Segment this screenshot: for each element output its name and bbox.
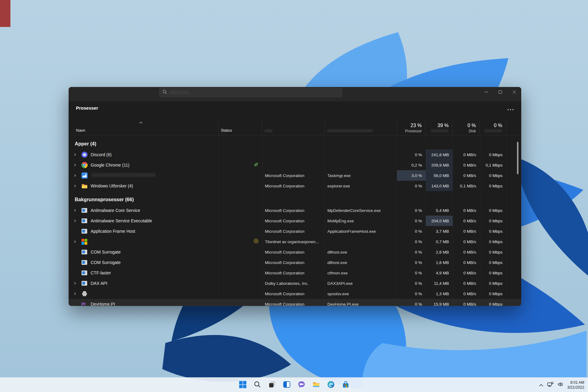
minimize-button[interactable] bbox=[479, 87, 493, 97]
discord-icon bbox=[81, 152, 91, 158]
memory-cell: 5,4 MB bbox=[426, 205, 453, 216]
process-row[interactable]: PI DevHome.PI Microsoft Corporation DevH… bbox=[69, 299, 521, 306]
expand-chevron-icon[interactable] bbox=[74, 282, 81, 285]
search-input[interactable] bbox=[191, 90, 339, 95]
clock-time: 8:01 AM bbox=[567, 380, 584, 385]
clock[interactable]: 8:01 AM 3/21/2022 bbox=[567, 380, 584, 390]
cpu-cell: 0 % bbox=[397, 181, 426, 191]
publisher-cell: Tilordnet av organisasjonen... bbox=[262, 236, 325, 247]
printer-icon bbox=[81, 291, 91, 296]
column-header-name[interactable]: Navn bbox=[69, 118, 218, 135]
status-cell bbox=[218, 170, 262, 181]
expand-chevron-icon[interactable] bbox=[74, 174, 81, 177]
taskbar-edge-button[interactable] bbox=[325, 379, 337, 391]
publisher-cell: Dolby Laboratories, Inc. bbox=[262, 278, 325, 288]
expand-chevron-icon[interactable] bbox=[74, 164, 81, 167]
disk-cell: 0,1 MB/s bbox=[453, 181, 480, 191]
expand-chevron-icon[interactable] bbox=[74, 184, 81, 187]
window-titlebar[interactable] bbox=[69, 87, 521, 101]
taskbar-search-button[interactable] bbox=[251, 379, 263, 391]
process-row[interactable]: Antimalware Core Service Microsoft Corpo… bbox=[69, 205, 521, 216]
more-options-button[interactable] bbox=[505, 106, 516, 112]
process-row[interactable]: Microsoft Corporation spoolsv.exe 0 % 1,… bbox=[69, 288, 521, 299]
scrollbar-thumb[interactable] bbox=[517, 142, 518, 174]
process-name: Antimalware Core Service bbox=[91, 208, 140, 213]
network-cell: 0 Mbps bbox=[480, 170, 506, 181]
disk-cell: 0 MB/s bbox=[453, 268, 480, 278]
search-icon bbox=[163, 90, 167, 95]
process-row[interactable]: Discord (6) 0 % 241,8 MB 0 MB/s 0 Mbps bbox=[69, 149, 521, 160]
process-exe-cell: dllhost.exe bbox=[325, 257, 397, 268]
efficiency-mode-leaf-icon bbox=[254, 162, 258, 168]
volume-speaker-icon[interactable] bbox=[558, 382, 563, 388]
memory-cell: 241,8 MB bbox=[426, 149, 453, 160]
process-row[interactable]: COM Surrogate Microsoft Corporation dllh… bbox=[69, 247, 521, 257]
folder-icon bbox=[81, 183, 91, 189]
column-header-status[interactable]: Status bbox=[218, 118, 262, 135]
cpu-cell: 0 % bbox=[397, 268, 426, 278]
column-header-publisher[interactable] bbox=[262, 118, 325, 135]
ms-logo-icon bbox=[81, 239, 91, 245]
status-cell bbox=[218, 299, 262, 306]
process-row[interactable]: Tilordnet av organisasjonen... 0 % 0,7 M… bbox=[69, 236, 521, 247]
status-cell bbox=[218, 149, 262, 160]
memory-cell: 1,6 MB bbox=[426, 257, 453, 268]
app-window-icon bbox=[81, 229, 91, 234]
expand-chevron-icon[interactable] bbox=[74, 209, 81, 212]
network-ethernet-icon[interactable] bbox=[547, 382, 554, 388]
expand-chevron-icon[interactable] bbox=[74, 240, 81, 243]
process-row[interactable]: Application Frame Host Microsoft Corpora… bbox=[69, 226, 521, 236]
process-exe-cell: ApplicationFrameHost.exe bbox=[325, 226, 397, 236]
process-row[interactable]: CTF-laster Microsoft Corporation ctfmon.… bbox=[69, 268, 521, 278]
app-window-icon bbox=[81, 250, 91, 254]
section-header[interactable]: Apper (4) bbox=[69, 138, 521, 149]
tray-chevron-up-icon[interactable] bbox=[539, 382, 543, 388]
taskbar-start-button[interactable] bbox=[236, 379, 249, 391]
disk-cell: 0 MB/s bbox=[453, 299, 480, 306]
widgets-icon bbox=[283, 381, 291, 390]
svg-text:PI: PI bbox=[81, 302, 85, 306]
expand-chevron-icon[interactable] bbox=[74, 153, 81, 156]
column-header-cpu[interactable]: 23 % Prosessor bbox=[397, 118, 426, 135]
column-header-memory[interactable]: 39 % bbox=[426, 118, 453, 135]
process-name: Antimalware Service Executable bbox=[91, 218, 152, 223]
taskbar-center-icons bbox=[236, 378, 352, 392]
column-header-disk[interactable]: 0 % Disk bbox=[453, 118, 480, 135]
search-box[interactable] bbox=[159, 88, 342, 97]
maximize-button[interactable] bbox=[493, 87, 507, 97]
process-name bbox=[91, 173, 156, 178]
taskbar-microsoft-store-button[interactable] bbox=[339, 379, 352, 391]
network-cell: 0 Mbps bbox=[480, 149, 506, 160]
process-table-body: Apper (4) Discord (6) 0 % 241,8 MB 0 MB/… bbox=[69, 135, 521, 306]
process-row[interactable]: Antimalware Service Executable Microsoft… bbox=[69, 216, 521, 226]
status-cell bbox=[218, 181, 262, 191]
status-cell bbox=[218, 268, 262, 278]
expand-chevron-icon[interactable] bbox=[74, 219, 81, 222]
process-row[interactable]: Google Chrome (11) 0,2 % 209,9 MB 0 MB/s… bbox=[69, 160, 521, 170]
process-row[interactable]: DAX API Dolby Laboratories, Inc. DAX3API… bbox=[69, 278, 521, 288]
process-row[interactable]: Windows Utforsker (4) Microsoft Corporat… bbox=[69, 181, 521, 191]
column-header-network[interactable]: 0 % bbox=[480, 118, 506, 135]
process-row[interactable]: COM Surrogate Microsoft Corporation dllh… bbox=[69, 257, 521, 268]
expand-chevron-icon[interactable] bbox=[74, 292, 81, 295]
publisher-cell: Microsoft Corporation bbox=[262, 288, 325, 299]
cpu-cell: 0 % bbox=[397, 299, 426, 306]
taskbar-task-view-button[interactable] bbox=[266, 379, 278, 391]
process-exe-cell bbox=[325, 149, 397, 160]
ellipsis-icon bbox=[507, 106, 514, 112]
taskbar-widgets-button[interactable] bbox=[281, 379, 293, 391]
section-header[interactable]: Bakgrunnsprosesser (66) bbox=[69, 194, 521, 205]
publisher-cell: Microsoft Corporation bbox=[262, 247, 325, 257]
status-cell bbox=[218, 247, 262, 257]
process-exe-cell: ctfmon.exe bbox=[325, 268, 397, 278]
status-cell bbox=[218, 226, 262, 236]
start-icon bbox=[239, 381, 247, 390]
process-name: Application Frame Host bbox=[91, 229, 135, 234]
taskbar-chat-button[interactable] bbox=[295, 379, 307, 391]
close-button[interactable] bbox=[507, 87, 521, 97]
search-redacted-text bbox=[169, 91, 189, 94]
column-header-processname[interactable] bbox=[325, 118, 397, 135]
taskbar-file-explorer-button[interactable] bbox=[310, 379, 322, 391]
app-window-icon bbox=[81, 270, 91, 275]
process-row[interactable]: Microsoft Corporation Taskmgr.exe 3,0 % … bbox=[69, 170, 521, 181]
